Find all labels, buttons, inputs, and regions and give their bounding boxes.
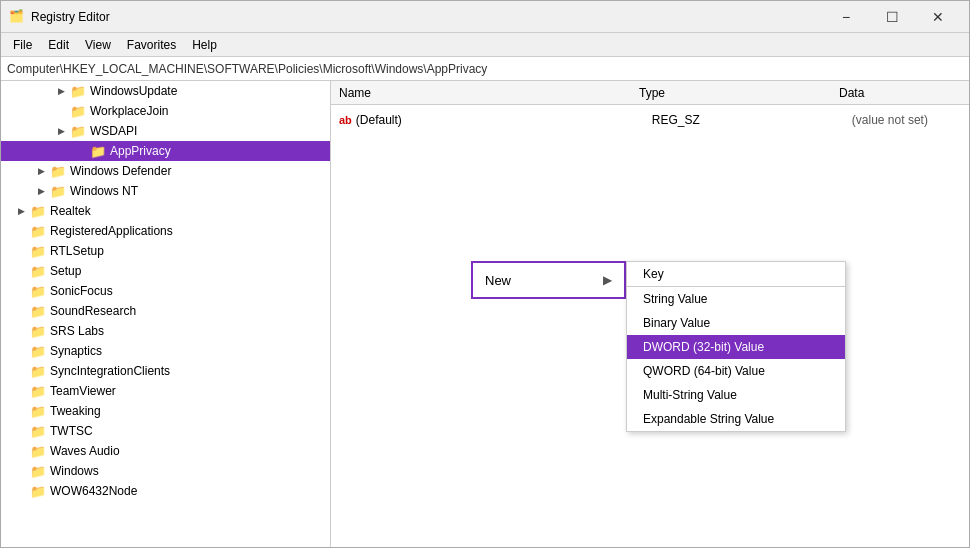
tree-label: WindowsUpdate bbox=[90, 84, 177, 98]
tree-item-windows[interactable]: 📁 Windows bbox=[1, 461, 330, 481]
col-header-type: Type bbox=[639, 86, 839, 100]
tree-item-synaptics[interactable]: 📁 Synaptics bbox=[1, 341, 330, 361]
tree-item-syncintegrationclients[interactable]: 📁 SyncIntegrationClients bbox=[1, 361, 330, 381]
tree-item-tweaking[interactable]: 📁 Tweaking bbox=[1, 401, 330, 421]
folder-icon: 📁 bbox=[29, 424, 47, 439]
content-panel: Name Type Data ab (Default) REG_SZ (valu… bbox=[331, 81, 969, 548]
tree-label: Windows bbox=[50, 464, 99, 478]
folder-icon: 📁 bbox=[89, 144, 107, 159]
tree-panel[interactable]: ▶ 📁 WindowsUpdate 📁 WorkplaceJoin ▶ 📁 WS… bbox=[1, 81, 331, 548]
entry-row-default[interactable]: ab (Default) REG_SZ (value not set) bbox=[339, 109, 961, 131]
title-bar: 🗂️ Registry Editor − ☐ ✕ bbox=[1, 1, 969, 33]
col-header-data: Data bbox=[839, 86, 961, 100]
tree-label: SoundResearch bbox=[50, 304, 136, 318]
main-area: ▶ 📁 WindowsUpdate 📁 WorkplaceJoin ▶ 📁 WS… bbox=[1, 81, 969, 548]
folder-icon: 📁 bbox=[49, 164, 67, 179]
column-headers: Name Type Data bbox=[331, 81, 969, 105]
app-icon: 🗂️ bbox=[9, 9, 25, 25]
submenu-item-key[interactable]: Key bbox=[627, 262, 845, 287]
entries-list: ab (Default) REG_SZ (value not set) bbox=[331, 105, 969, 135]
submenu-item-qword-value[interactable]: QWORD (64-bit) Value bbox=[627, 359, 845, 383]
tree-item-wavesaudio[interactable]: 📁 Waves Audio bbox=[1, 441, 330, 461]
menu-file[interactable]: File bbox=[5, 36, 40, 54]
tree-label: Windows NT bbox=[70, 184, 138, 198]
submenu-item-binary-value[interactable]: Binary Value bbox=[627, 311, 845, 335]
folder-icon: 📁 bbox=[29, 344, 47, 359]
tree-label: WorkplaceJoin bbox=[90, 104, 168, 118]
tree-item-srslabs[interactable]: 📁 SRS Labs bbox=[1, 321, 330, 341]
col-header-name: Name bbox=[339, 86, 639, 100]
tree-label: SyncIntegrationClients bbox=[50, 364, 170, 378]
tree-item-sonicfocus[interactable]: 📁 SonicFocus bbox=[1, 281, 330, 301]
folder-icon: 📁 bbox=[29, 484, 47, 499]
tree-item-soundresearch[interactable]: 📁 SoundResearch bbox=[1, 301, 330, 321]
maximize-button[interactable]: ☐ bbox=[869, 1, 915, 33]
folder-icon: 📁 bbox=[29, 324, 47, 339]
submenu-item-string-value[interactable]: String Value bbox=[627, 287, 845, 311]
menu-favorites[interactable]: Favorites bbox=[119, 36, 184, 54]
expander-icon: ▶ bbox=[33, 166, 49, 176]
folder-icon: 📁 bbox=[29, 464, 47, 479]
menu-edit[interactable]: Edit bbox=[40, 36, 77, 54]
entry-type-icon: ab bbox=[339, 114, 352, 126]
address-bar: Computer\HKEY_LOCAL_MACHINE\SOFTWARE\Pol… bbox=[1, 57, 969, 81]
tree-item-windowsdefender[interactable]: ▶ 📁 Windows Defender bbox=[1, 161, 330, 181]
tree-label: Synaptics bbox=[50, 344, 102, 358]
entry-name: (Default) bbox=[356, 113, 652, 127]
tree-item-windowsnt[interactable]: ▶ 📁 Windows NT bbox=[1, 181, 330, 201]
submenu-item-dword-value[interactable]: DWORD (32-bit) Value bbox=[627, 335, 845, 359]
tree-label: SonicFocus bbox=[50, 284, 113, 298]
submenu-arrow-icon: ▶ bbox=[603, 273, 612, 287]
menu-view[interactable]: View bbox=[77, 36, 119, 54]
address-path: Computer\HKEY_LOCAL_MACHINE\SOFTWARE\Pol… bbox=[7, 62, 487, 76]
tree-label: RTLSetup bbox=[50, 244, 104, 258]
tree-item-wow6432node[interactable]: 📁 WOW6432Node bbox=[1, 481, 330, 501]
tree-item-windowsupdate[interactable]: ▶ 📁 WindowsUpdate bbox=[1, 81, 330, 101]
entry-data: (value not set) bbox=[852, 113, 961, 127]
folder-icon: 📁 bbox=[29, 244, 47, 259]
tree-item-realtek[interactable]: ▶ 📁 Realtek bbox=[1, 201, 330, 221]
tree-item-registeredapplications[interactable]: 📁 RegisteredApplications bbox=[1, 221, 330, 241]
tree-label: WOW6432Node bbox=[50, 484, 137, 498]
new-button-label: New bbox=[485, 273, 511, 288]
app-title: Registry Editor bbox=[31, 10, 823, 24]
tree-item-twtsc[interactable]: 📁 TWTSC bbox=[1, 421, 330, 441]
tree-item-rtlsetup[interactable]: 📁 RTLSetup bbox=[1, 241, 330, 261]
expander-icon: ▶ bbox=[33, 186, 49, 196]
tree-label: SRS Labs bbox=[50, 324, 104, 338]
tree-label: Setup bbox=[50, 264, 81, 278]
folder-icon: 📁 bbox=[29, 284, 47, 299]
close-button[interactable]: ✕ bbox=[915, 1, 961, 33]
context-menu-area: New ▶ Key String Value Binary Value DWOR… bbox=[471, 261, 626, 299]
tree-label: Tweaking bbox=[50, 404, 101, 418]
folder-icon: 📁 bbox=[29, 224, 47, 239]
new-submenu: Key String Value Binary Value DWORD (32-… bbox=[626, 261, 846, 432]
expander-icon: ▶ bbox=[13, 206, 29, 216]
folder-icon: 📁 bbox=[49, 184, 67, 199]
submenu-item-expandable-string-value[interactable]: Expandable String Value bbox=[627, 407, 845, 431]
tree-label: Windows Defender bbox=[70, 164, 171, 178]
tree-label: Realtek bbox=[50, 204, 91, 218]
tree-label: RegisteredApplications bbox=[50, 224, 173, 238]
minimize-button[interactable]: − bbox=[823, 1, 869, 33]
folder-icon: 📁 bbox=[29, 304, 47, 319]
tree-item-workplacejoin[interactable]: 📁 WorkplaceJoin bbox=[1, 101, 330, 121]
folder-icon: 📁 bbox=[29, 204, 47, 219]
folder-icon: 📁 bbox=[29, 364, 47, 379]
tree-label: Waves Audio bbox=[50, 444, 120, 458]
folder-icon: 📁 bbox=[29, 404, 47, 419]
tree-item-teamviewer[interactable]: 📁 TeamViewer bbox=[1, 381, 330, 401]
folder-icon: 📁 bbox=[29, 264, 47, 279]
tree-label: WSDAPI bbox=[90, 124, 137, 138]
tree-item-appprivacy[interactable]: 📁 AppPrivacy bbox=[1, 141, 330, 161]
folder-icon: 📁 bbox=[69, 104, 87, 119]
tree-item-wsdapi[interactable]: ▶ 📁 WSDAPI bbox=[1, 121, 330, 141]
tree-item-setup[interactable]: 📁 Setup bbox=[1, 261, 330, 281]
new-submenu-button[interactable]: New ▶ bbox=[471, 261, 626, 299]
expander-icon: ▶ bbox=[53, 86, 69, 96]
menu-help[interactable]: Help bbox=[184, 36, 225, 54]
folder-icon: 📁 bbox=[29, 444, 47, 459]
folder-icon: 📁 bbox=[29, 384, 47, 399]
entry-type: REG_SZ bbox=[652, 113, 852, 127]
submenu-item-multi-string-value[interactable]: Multi-String Value bbox=[627, 383, 845, 407]
